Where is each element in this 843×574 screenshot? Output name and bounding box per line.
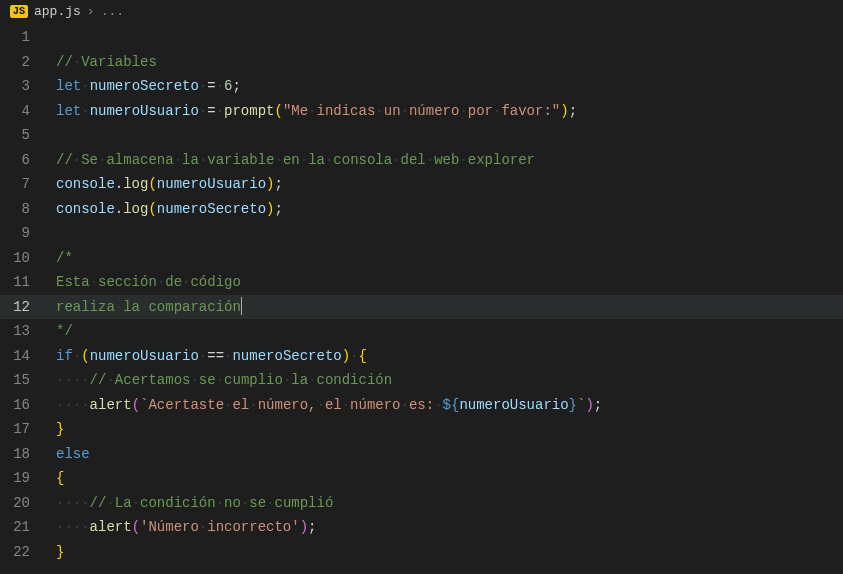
code-line[interactable]: 17} [0, 417, 843, 442]
line-number: 14 [0, 344, 46, 369]
line-number: 22 [0, 540, 46, 565]
code-line[interactable]: 22} [0, 540, 843, 565]
code-line[interactable]: 9 [0, 221, 843, 246]
line-number: 11 [0, 270, 46, 295]
code-line[interactable]: 16····alert(`Acertaste·el·número,·el·núm… [0, 393, 843, 418]
code-line[interactable]: 11Esta·sección·de·código [0, 270, 843, 295]
line-number: 3 [0, 74, 46, 99]
line-number: 10 [0, 246, 46, 271]
code-line[interactable]: 12realiza·la·comparación [0, 295, 843, 320]
code-line[interactable]: 19{ [0, 466, 843, 491]
breadcrumb[interactable]: JS app.js › ... [0, 0, 843, 23]
code-editor[interactable]: 1 2//·Variables 3let·numeroSecreto·=·6; … [0, 23, 843, 564]
line-number: 5 [0, 123, 46, 148]
code-line[interactable]: 14if·(numeroUsuario·==·numeroSecreto)·{ [0, 344, 843, 369]
code-line[interactable]: 4let·numeroUsuario·=·prompt("Me·indicas·… [0, 99, 843, 124]
code-line[interactable]: 2//·Variables [0, 50, 843, 75]
breadcrumb-filename[interactable]: app.js [34, 4, 81, 19]
code-line[interactable]: 18else [0, 442, 843, 467]
code-line[interactable]: 20····//·La·condición·no·se·cumplió [0, 491, 843, 516]
line-number: 9 [0, 221, 46, 246]
line-number: 2 [0, 50, 46, 75]
code-line[interactable]: 5 [0, 123, 843, 148]
line-number: 16 [0, 393, 46, 418]
code-line[interactable]: 21····alert('Número·incorrecto'); [0, 515, 843, 540]
line-number: 12 [0, 295, 46, 320]
code-line[interactable]: 15····//·Acertamos·se·cumplio·la·condici… [0, 368, 843, 393]
line-number: 19 [0, 466, 46, 491]
text-cursor [241, 297, 242, 315]
code-line[interactable]: 6//·Se·almacena·la·variable·en·la·consol… [0, 148, 843, 173]
code-line[interactable]: 13*/ [0, 319, 843, 344]
line-number: 7 [0, 172, 46, 197]
code-line[interactable]: 7console.log(numeroUsuario); [0, 172, 843, 197]
line-number: 20 [0, 491, 46, 516]
code-line[interactable]: 3let·numeroSecreto·=·6; [0, 74, 843, 99]
line-number: 8 [0, 197, 46, 222]
line-number: 13 [0, 319, 46, 344]
chevron-right-icon: › [87, 4, 95, 19]
line-number: 1 [0, 25, 46, 50]
line-number: 15 [0, 368, 46, 393]
line-number: 21 [0, 515, 46, 540]
breadcrumb-ellipsis[interactable]: ... [101, 4, 124, 19]
line-number: 6 [0, 148, 46, 173]
line-number: 17 [0, 417, 46, 442]
code-line[interactable]: 8console.log(numeroSecreto); [0, 197, 843, 222]
code-line[interactable]: 10/* [0, 246, 843, 271]
line-number: 4 [0, 99, 46, 124]
file-icon-js: JS [10, 5, 28, 18]
code-line[interactable]: 1 [0, 25, 843, 50]
line-number: 18 [0, 442, 46, 467]
